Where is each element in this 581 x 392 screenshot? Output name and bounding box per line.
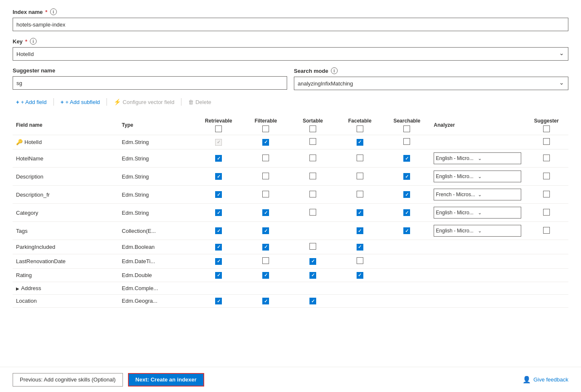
cb-facetable[interactable] [357, 191, 363, 197]
header-cb-retrievable[interactable] [215, 125, 222, 132]
cb-retrievable[interactable] [215, 191, 222, 198]
cb-sortable[interactable] [309, 155, 316, 161]
cb-facetable[interactable] [357, 173, 363, 179]
cell-field-name: 🔑HotelId [13, 135, 118, 149]
cb-searchable[interactable] [403, 227, 410, 234]
key-select[interactable]: HotelId [13, 47, 568, 61]
key-label: Key [13, 38, 23, 45]
search-mode-info-icon[interactable]: i [331, 67, 338, 74]
field-name-text: HotelName [16, 155, 43, 162]
cb-facetable[interactable] [357, 272, 363, 279]
cb-filterable[interactable] [262, 139, 269, 146]
header-cb-searchable[interactable] [403, 125, 410, 132]
analyzer-chevron: ⌄ [478, 228, 519, 234]
cell-retrievable [195, 269, 243, 282]
cell-retrievable [195, 240, 243, 254]
cb-filterable[interactable] [262, 173, 269, 179]
cell-suggester [525, 135, 568, 149]
cb-filterable[interactable] [262, 244, 269, 251]
cb-suggester[interactable] [543, 138, 550, 145]
key-info-icon[interactable]: i [30, 38, 37, 45]
field-name-text: Description [16, 173, 43, 180]
field-name-text: ParkingIncluded [16, 244, 55, 250]
cb-suggester[interactable] [543, 227, 550, 234]
configure-vector-button[interactable]: ⚡ Configure vector field [110, 97, 178, 107]
cb-sortable[interactable] [309, 243, 316, 250]
cb-searchable[interactable] [403, 138, 410, 145]
cell-filterable [242, 135, 289, 149]
header-cb-sortable[interactable] [309, 125, 316, 132]
cb-sortable[interactable] [309, 272, 316, 279]
header-cb-facetable[interactable] [357, 125, 363, 132]
cb-retrievable[interactable] [215, 209, 222, 216]
cb-sortable[interactable] [309, 209, 316, 216]
header-cb-suggester[interactable] [543, 125, 550, 132]
cell-filterable [242, 149, 289, 168]
analyzer-select[interactable]: English - Micro...⌄ [434, 171, 521, 182]
index-name-info-icon[interactable]: i [50, 8, 57, 15]
cb-facetable[interactable] [357, 227, 363, 234]
cell-type: Edm.Comple... [118, 282, 195, 294]
add-field-button[interactable]: + + Add field [13, 97, 50, 107]
table-body: 🔑HotelIdEdm.StringHotelNameEdm.StringEng… [13, 135, 568, 308]
search-mode-group: Search mode i analyzingInfixMatching [294, 67, 568, 90]
cb-retrievable[interactable] [215, 139, 222, 146]
analyzer-select[interactable]: English - Micro...⌄ [434, 152, 521, 164]
cb-sortable[interactable] [309, 298, 316, 304]
field-name-text: Address [21, 285, 41, 291]
cb-sortable[interactable] [309, 191, 316, 197]
cell-searchable [384, 294, 431, 308]
search-mode-select[interactable]: analyzingInfixMatching [294, 77, 568, 90]
add-field-icon: + [16, 99, 19, 105]
cb-retrievable[interactable] [215, 272, 222, 279]
analyzer-select[interactable]: English - Micro...⌄ [434, 225, 521, 237]
cb-retrievable[interactable] [215, 155, 222, 162]
cb-searchable[interactable] [403, 155, 410, 162]
cb-retrievable[interactable] [215, 227, 222, 234]
cb-sortable[interactable] [309, 258, 316, 265]
cell-suggester [525, 149, 568, 168]
cb-filterable[interactable] [262, 257, 269, 264]
cell-suggester [525, 222, 568, 240]
header-cb-filterable[interactable] [262, 125, 269, 132]
suggester-name-input[interactable] [13, 76, 287, 90]
cb-suggester[interactable] [543, 173, 550, 179]
index-name-input[interactable] [13, 18, 568, 31]
table-row: HotelNameEdm.StringEnglish - Micro...⌄ [13, 149, 568, 168]
cb-filterable[interactable] [262, 191, 269, 197]
cb-suggester[interactable] [543, 191, 550, 197]
index-name-section: Index name * i [13, 8, 568, 31]
cb-facetable[interactable] [357, 139, 363, 146]
cb-retrievable[interactable] [215, 298, 222, 304]
cb-filterable[interactable] [262, 272, 269, 279]
cb-filterable[interactable] [262, 298, 269, 304]
cb-retrievable[interactable] [215, 258, 222, 265]
cell-retrievable [195, 222, 243, 240]
cb-retrievable[interactable] [215, 173, 222, 180]
cb-filterable[interactable] [262, 227, 269, 234]
analyzer-select[interactable]: French - Micros...⌄ [434, 189, 521, 200]
delete-button[interactable]: 🗑 Delete [185, 97, 215, 107]
cb-filterable[interactable] [262, 209, 269, 216]
cb-searchable[interactable] [403, 191, 410, 198]
cb-filterable[interactable] [262, 155, 269, 161]
cb-facetable[interactable] [357, 209, 363, 216]
cell-filterable [242, 204, 289, 222]
cell-sortable [289, 282, 336, 294]
cb-facetable[interactable] [357, 257, 363, 264]
suggester-searchmode-section: Suggester name Search mode i analyzingIn… [13, 67, 568, 90]
cb-searchable[interactable] [403, 173, 410, 180]
cb-facetable[interactable] [357, 244, 363, 251]
cell-retrievable [195, 254, 243, 269]
cb-suggester[interactable] [543, 209, 550, 216]
cb-facetable[interactable] [357, 155, 363, 161]
cell-facetable [336, 254, 384, 269]
cb-sortable[interactable] [309, 138, 316, 145]
cb-sortable[interactable] [309, 173, 316, 179]
cb-suggester[interactable] [543, 155, 550, 161]
cb-searchable[interactable] [403, 209, 410, 216]
cb-retrievable[interactable] [215, 244, 222, 251]
analyzer-select[interactable]: English - Micro...⌄ [434, 207, 521, 219]
add-subfield-button[interactable]: + + Add subfield [57, 97, 104, 107]
cell-type: Edm.String [118, 149, 195, 168]
